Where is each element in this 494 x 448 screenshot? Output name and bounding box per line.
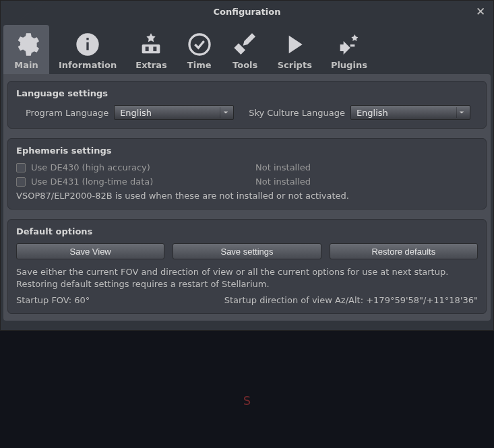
tab-main[interactable]: Main xyxy=(3,25,49,74)
svg-rect-5 xyxy=(154,46,157,51)
restore-defaults-button[interactable]: Restore defaults xyxy=(330,243,478,259)
tab-plugins[interactable]: Plugins xyxy=(321,25,377,74)
chevron-down-icon xyxy=(456,107,467,118)
de431-label: Use DE431 (long-time data) xyxy=(31,177,153,187)
titlebar: Configuration ✕ xyxy=(1,1,493,22)
tab-scripts[interactable]: Scripts xyxy=(268,25,321,74)
startup-direction: Startup direction of view Az/Alt: +179°5… xyxy=(224,295,478,305)
tab-label: Plugins xyxy=(331,60,367,70)
de431-row: Use DE431 (long-time data) Not installed xyxy=(16,177,478,187)
ephemeris-heading: Ephemeris settings xyxy=(16,146,478,156)
close-icon: ✕ xyxy=(476,5,485,18)
tab-label: Scripts xyxy=(278,60,312,70)
default-options-section: Default options Save View Save settings … xyxy=(7,219,487,314)
ephemeris-settings-section: Ephemeris settings Use DE430 (high accur… xyxy=(7,138,487,210)
clock-check-icon xyxy=(186,29,213,60)
chevron-down-icon xyxy=(220,107,230,118)
gear-icon xyxy=(13,29,40,60)
de430-status: Not installed xyxy=(255,162,478,172)
tab-time[interactable]: Time xyxy=(177,25,222,74)
de431-checkbox[interactable] xyxy=(16,177,26,187)
language-settings-section: Language settings Program Language Engli… xyxy=(7,81,487,129)
tab-bar: Main Information Extras Time Tools xyxy=(1,22,493,74)
plugin-icon xyxy=(336,29,363,60)
tab-information[interactable]: Information xyxy=(49,25,126,74)
play-icon xyxy=(281,29,308,60)
extras-icon xyxy=(137,29,164,60)
svg-point-6 xyxy=(189,34,210,55)
program-language-label: Program Language xyxy=(26,108,109,118)
tab-label: Time xyxy=(187,60,212,70)
tools-icon xyxy=(232,29,259,60)
svg-rect-4 xyxy=(146,46,149,51)
tab-label: Information xyxy=(59,60,117,70)
program-language-select[interactable]: English xyxy=(114,105,234,120)
de430-row: Use DE430 (high accuracy) Not installed xyxy=(16,162,478,172)
info-icon xyxy=(74,29,101,60)
de431-status: Not installed xyxy=(255,177,478,187)
tab-label: Tools xyxy=(233,60,257,70)
program-language-value: English xyxy=(120,108,152,118)
default-options-heading: Default options xyxy=(16,226,478,236)
ephemeris-note: VSOP87/ELP2000-82B is used when these ar… xyxy=(16,191,478,201)
close-button[interactable]: ✕ xyxy=(474,5,487,18)
window-title: Configuration xyxy=(214,7,281,17)
sky-culture-language-label: Sky Culture Language xyxy=(249,108,345,118)
svg-rect-2 xyxy=(86,38,88,40)
tab-label: Main xyxy=(14,60,38,70)
default-options-desc: Save either the current FOV and directio… xyxy=(16,266,478,290)
startup-fov: Startup FOV: 60° xyxy=(16,295,90,305)
de430-label: Use DE430 (high accuracy) xyxy=(31,162,150,172)
de430-checkbox[interactable] xyxy=(16,163,26,172)
language-heading: Language settings xyxy=(16,88,478,98)
configuration-window: Configuration ✕ Main Information Extras xyxy=(0,0,494,331)
compass-south-label: S xyxy=(243,393,251,408)
tab-body: Language settings Program Language Engli… xyxy=(3,74,491,321)
svg-rect-3 xyxy=(142,44,160,53)
tab-label: Extras xyxy=(135,60,166,70)
save-settings-button[interactable]: Save settings xyxy=(173,243,321,259)
save-view-button[interactable]: Save View xyxy=(16,243,164,259)
sky-culture-language-select[interactable]: English xyxy=(350,105,470,120)
svg-rect-1 xyxy=(86,42,88,51)
sky-culture-language-value: English xyxy=(357,108,388,118)
tab-tools[interactable]: Tools xyxy=(222,25,268,74)
tab-extras[interactable]: Extras xyxy=(126,25,176,74)
